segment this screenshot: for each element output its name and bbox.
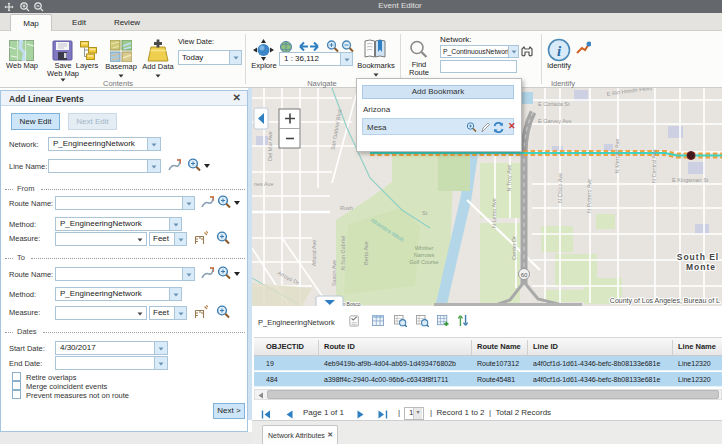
svg-text:N San Gabriel: N San Gabriel	[340, 236, 346, 271]
svg-text:N Lema Ave: N Lema Ave	[491, 198, 497, 228]
svg-text:N Troy Ave: N Troy Ave	[506, 165, 512, 192]
svg-text:nes Ave: nes Ave	[254, 181, 273, 187]
svg-text:Del Mar Ave: Del Mar Ave	[267, 131, 273, 161]
svg-text:South El: South El	[677, 252, 719, 262]
svg-text:N Chico Ave: N Chico Ave	[557, 173, 563, 203]
svg-text:E Garvey Ave: E Garvey Ave	[538, 118, 572, 124]
svg-text:E Kingsman St: E Kingsman St	[672, 177, 709, 183]
svg-text:Narrows: Narrows	[414, 252, 435, 258]
svg-text:N Central Ave: N Central Ave	[651, 149, 657, 183]
svg-text:Center Dr: Center Dr	[511, 236, 517, 260]
svg-text:N Potrero Ave: N Potrero Ave	[586, 179, 592, 213]
svg-text:Golf Course: Golf Course	[409, 259, 438, 265]
svg-text:E Cortada St: E Cortada St	[538, 101, 570, 107]
svg-text:St: St	[422, 210, 428, 216]
svg-text:60: 60	[521, 272, 528, 278]
svg-text:Rush: Rush	[340, 205, 353, 211]
svg-text:Berta Ave: Berta Ave	[363, 241, 369, 265]
svg-text:N Merced Ave: N Merced Ave	[614, 139, 620, 173]
svg-text:Whittier: Whittier	[415, 245, 434, 251]
svg-text:Monte: Monte	[686, 262, 716, 272]
svg-text:Saxon Ave: Saxon Ave	[331, 260, 337, 286]
svg-text:Arland Ave: Arland Ave	[311, 240, 317, 267]
svg-text:County of Los Angeles, Bureau: County of Los Angeles, Bureau of L	[610, 297, 720, 305]
